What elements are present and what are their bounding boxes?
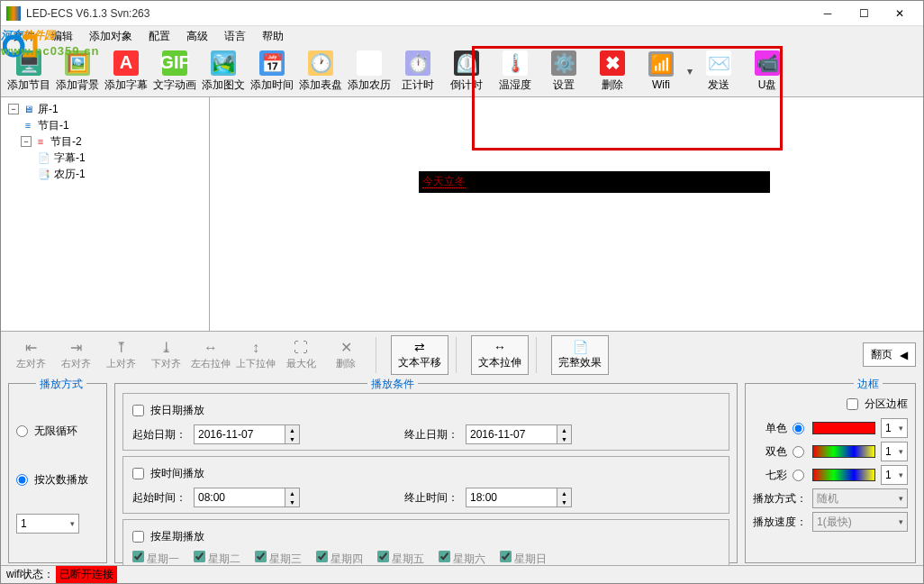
- work-area: − 🖥 屏-1 ≡节目-1−≡节目-2📄字幕-1📑农历-1 今天立冬: [1, 96, 923, 331]
- led-preview[interactable]: 今天立冬: [419, 171, 770, 193]
- by-date-checkbox[interactable]: [132, 405, 144, 416]
- flip-prev-button[interactable]: ◀: [900, 349, 908, 361]
- end-time-label: 终止时间：: [404, 490, 458, 506]
- toolbar-添加图文[interactable]: 🏞️添加图文: [199, 48, 248, 95]
- toolbar-添加时间[interactable]: 📅添加时间: [248, 48, 296, 95]
- end-time-input[interactable]: ▲▼: [466, 488, 572, 507]
- collapse-icon[interactable]: −: [21, 136, 32, 147]
- minimize-button[interactable]: ─: [810, 3, 846, 24]
- single-num-select[interactable]: 1: [881, 418, 908, 438]
- full-effect-button[interactable]: 📄完整效果: [551, 335, 609, 375]
- toolbar-设置[interactable]: ⚙️设置: [539, 48, 588, 95]
- align-2[interactable]: ⤒上对齐: [98, 335, 143, 375]
- border-legend: 边框: [854, 377, 883, 392]
- toolbar-添加表盘[interactable]: 🕐添加表盘: [296, 48, 345, 95]
- tree-root[interactable]: − 🖥 屏-1: [5, 101, 205, 117]
- wifi-status-value: 已断开连接: [56, 566, 117, 583]
- toolbar-发送[interactable]: ✉️发送: [694, 48, 743, 95]
- border-panel: 边框 分区边框 单色1 双色1 七彩1 播放方式：随机 播放速度：1(最快): [745, 383, 916, 563]
- tree-item-0[interactable]: ≡节目-1: [5, 117, 205, 133]
- double-color-radio[interactable]: [793, 446, 804, 458]
- end-date-label: 终止日期：: [404, 427, 458, 443]
- text-pan-button[interactable]: ⇄文本平移: [391, 335, 448, 375]
- canvas-area: 今天立冬: [210, 97, 923, 331]
- border-play-style-select[interactable]: 随机: [812, 488, 908, 508]
- align-1[interactable]: ⇥右对齐: [53, 335, 98, 375]
- by-time-checkbox[interactable]: [132, 468, 144, 479]
- toolbar-Wifi[interactable]: 📶Wifi: [637, 48, 685, 95]
- titlebar: LED-ECS V6.1.3 Svn:263 ─ ☐ ✕: [1, 1, 923, 26]
- align-4[interactable]: ↔左右拉伸: [188, 335, 233, 375]
- tree-item-3[interactable]: 📑农历-1: [5, 166, 205, 182]
- menu-file[interactable]: 文件: [6, 27, 42, 46]
- align-3[interactable]: ⤓下对齐: [143, 335, 188, 375]
- toolbar-温湿度[interactable]: 🌡️温湿度: [491, 48, 539, 95]
- toolbar-U盘[interactable]: 📹U盘: [743, 48, 792, 95]
- start-date-input[interactable]: ▲▼: [194, 424, 300, 444]
- app-icon: [6, 6, 21, 21]
- align-0[interactable]: ⇤左对齐: [8, 335, 53, 375]
- maximize-button[interactable]: ☐: [846, 3, 882, 24]
- play-condition-panel: 播放条件 按日期播放 起始日期： ▲▼ 终止日期： ▲▼ 按时间播放 起始时间：…: [114, 383, 738, 563]
- wifi-dropdown-icon[interactable]: ▾: [687, 65, 693, 78]
- text-stretch-button[interactable]: ↔文本拉伸: [471, 335, 529, 375]
- close-button[interactable]: ✕: [882, 3, 918, 24]
- toolbar-添加字幕[interactable]: A添加字幕: [102, 48, 150, 95]
- border-play-speed-select[interactable]: 1(最快): [812, 512, 908, 532]
- start-time-label: 起始时间：: [132, 490, 186, 506]
- start-date-label: 起始日期：: [132, 427, 186, 443]
- menubar: 文件 编辑 添加对象 配置 高级 语言 帮助: [1, 26, 923, 46]
- align-5[interactable]: ↕上下拉伸: [233, 335, 278, 375]
- start-time-input[interactable]: ▲▼: [194, 488, 300, 507]
- rainbow-num-select[interactable]: 1: [881, 465, 908, 485]
- play-count-select[interactable]: 1: [16, 514, 79, 534]
- play-mode-panel: 播放方式 无限循环 按次数播放 1: [8, 383, 107, 563]
- rainbow-color-radio[interactable]: [793, 470, 804, 481]
- end-date-input[interactable]: ▲▼: [466, 424, 572, 444]
- preview-canvas[interactable]: 今天立冬: [210, 97, 923, 331]
- window-title: LED-ECS V6.1.3 Svn:263: [26, 7, 810, 20]
- by-time-box: 按时间播放 起始时间： ▲▼ 终止时间： ▲▼: [122, 456, 729, 514]
- wifi-status-label: wifi状态：: [6, 567, 54, 582]
- double-num-select[interactable]: 1: [881, 442, 908, 461]
- toolbar-倒计时[interactable]: ⏲️倒计时: [442, 48, 491, 95]
- menu-add-object[interactable]: 添加对象: [82, 27, 140, 46]
- play-cond-legend: 播放条件: [367, 377, 418, 392]
- flip-label: 翻页: [871, 347, 892, 362]
- screen-icon: 🖥: [21, 103, 35, 115]
- infinite-loop-radio[interactable]: 无限循环: [16, 420, 99, 442]
- single-color-radio[interactable]: [793, 423, 804, 434]
- toolbar-正计时[interactable]: ⏱️正计时: [394, 48, 442, 95]
- tree-panel: − 🖥 屏-1 ≡节目-1−≡节目-2📄字幕-1📑农历-1: [1, 97, 210, 331]
- menu-language[interactable]: 语言: [217, 27, 253, 46]
- align-7[interactable]: ✕删除: [323, 335, 368, 375]
- toolbar-文字动画[interactable]: GIF文字动画: [150, 48, 199, 95]
- toolbar-删除[interactable]: ✖删除: [588, 48, 637, 95]
- menu-help[interactable]: 帮助: [255, 27, 291, 46]
- by-date-box: 按日期播放 起始日期： ▲▼ 终止日期： ▲▼: [122, 393, 729, 451]
- toolbar-添加背景[interactable]: 🖼️添加背景: [53, 48, 102, 95]
- play-count-radio[interactable]: 按次数播放: [16, 469, 99, 490]
- toolbar-添加农历[interactable]: 10添加农历: [345, 48, 394, 95]
- bottom-panels: 播放方式 无限循环 按次数播放 1 播放条件 按日期播放 起始日期： ▲▼ 终止…: [1, 378, 923, 567]
- menu-config[interactable]: 配置: [141, 27, 177, 46]
- align-toolbar: ⇤左对齐⇥右对齐⤒上对齐⤓下对齐↔左右拉伸↕上下拉伸⛶最大化✕删除 ⇄文本平移 …: [1, 331, 923, 378]
- toolbar-添加节目[interactable]: 🖥️添加节目: [5, 48, 53, 95]
- partition-border-checkbox[interactable]: [847, 398, 858, 410]
- main-toolbar: 🖥️添加节目🖼️添加背景A添加字幕GIF文字动画🏞️添加图文📅添加时间🕐添加表盘…: [1, 46, 923, 96]
- play-mode-legend: 播放方式: [36, 377, 86, 392]
- tree-item-2[interactable]: 📄字幕-1: [5, 150, 205, 166]
- collapse-icon[interactable]: −: [8, 104, 19, 114]
- menu-edit[interactable]: 编辑: [44, 27, 80, 46]
- status-bar: wifi状态： 已断开连接: [1, 565, 923, 583]
- menu-advanced[interactable]: 高级: [179, 27, 215, 46]
- by-week-checkbox[interactable]: [132, 531, 144, 543]
- led-text: 今天立冬: [422, 175, 466, 188]
- align-6[interactable]: ⛶最大化: [278, 335, 323, 375]
- flip-group: 翻页 ◀: [863, 342, 916, 367]
- tree-item-1[interactable]: −≡节目-2: [5, 133, 205, 150]
